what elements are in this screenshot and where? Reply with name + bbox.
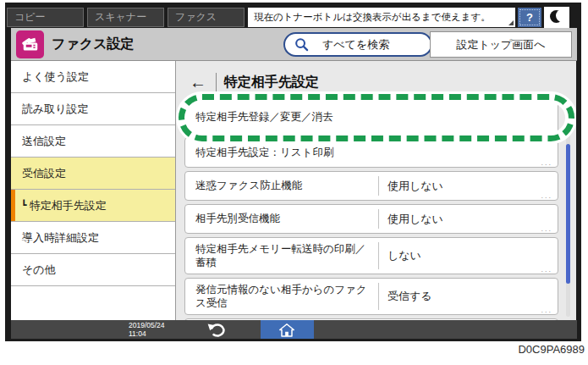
sidebar: よく使う設定 読み取り設定 送信設定 受信設定 ┗ 特定相手先設定 導入時詳細設…	[11, 61, 176, 320]
list-item-label: 迷惑ファクス防止機能	[185, 172, 378, 200]
toner-status-message[interactable]: 現在のトナーボトルは交換表示が出るまで使えます。	[248, 8, 515, 27]
fax-machine-icon	[16, 30, 44, 58]
scrollbar-track[interactable]	[566, 100, 570, 317]
sub-level-icon: ┗	[21, 200, 27, 211]
top-tab-bar: コピー スキャナー ファクス 現在のトナーボトルは交換表示が出るまで使えます。 …	[7, 6, 579, 28]
list-item-label: 特定相手先メモリー転送時の印刷／蓄積	[185, 238, 378, 274]
list-item-label: 特定相手先設定：リスト印刷	[185, 138, 558, 167]
main-panel: ← 特定相手先設定 特定相手先登録／変更／消去 特定相手先設定：リスト印刷 ..…	[176, 61, 576, 320]
list-item-label: 発信元情報のない相手からのファクス受信	[185, 279, 378, 314]
tab-scanner[interactable]: スキャナー	[87, 8, 164, 27]
settings-top-button[interactable]: 設定トップ画面へ	[430, 31, 572, 58]
list-item-no-sender-info-reception[interactable]: 発信元情報のない相手からのファクス受信 受信する ...	[184, 278, 558, 315]
undo-arrow-icon	[206, 322, 227, 338]
date-text: 2019/05/24	[129, 321, 165, 329]
sidebar-item-reception[interactable]: 受信設定	[11, 158, 175, 190]
datetime-stamp: 2019/05/24 11:04	[129, 321, 165, 338]
crescent-moon-icon	[549, 9, 564, 25]
tab-copy[interactable]: コピー	[7, 8, 84, 27]
main-title: 特定相手先設定	[224, 74, 319, 91]
list-item-register-change-delete[interactable]: 特定相手先登録／変更／消去	[184, 100, 558, 134]
search-all-button[interactable]: すべてを検索	[283, 32, 432, 57]
title-bar: ファクス設定 すべてを検索 設定トップ画面へ	[11, 28, 577, 61]
energy-saver-button[interactable]	[544, 7, 569, 28]
list-item-reception-per-sender[interactable]: 相手先別受信機能 使用しない ...	[184, 204, 558, 234]
list-item-value: 受信する	[378, 283, 558, 310]
list-item-value: 使用しない	[378, 176, 558, 196]
more-indicator: ...	[541, 191, 552, 200]
list-item-memory-transfer-print[interactable]: 特定相手先メモリー転送時の印刷／蓄積 しない ...	[184, 237, 558, 274]
header-divider	[216, 73, 217, 91]
tab-fax[interactable]: ファクス	[168, 8, 245, 27]
more-indicator: ...	[541, 306, 552, 314]
bottom-bar: 2019/05/24 11:04	[11, 320, 577, 339]
back-button[interactable]: ←	[186, 73, 210, 92]
scrollbar-thumb[interactable]	[566, 144, 570, 284]
home-icon	[279, 323, 294, 337]
figure-caption: D0C9PA6989	[518, 343, 585, 356]
sidebar-filler	[11, 286, 175, 320]
body: よく使う設定 読み取り設定 送信設定 受信設定 ┗ 特定相手先設定 導入時詳細設…	[11, 61, 577, 320]
sidebar-item-send[interactable]: 送信設定	[11, 125, 175, 158]
list-item-print-list[interactable]: 特定相手先設定：リスト印刷 ...	[184, 137, 558, 168]
back-undo-button[interactable]	[204, 320, 229, 339]
list-item-label: 相手先別受信機能	[185, 205, 378, 233]
list-item-value: しない	[378, 242, 558, 269]
time-text: 11:04	[129, 329, 165, 338]
more-indicator: ...	[541, 224, 552, 233]
list-item-label: 特定相手先登録／変更／消去	[185, 101, 558, 133]
help-button[interactable]: ?	[518, 8, 541, 27]
search-all-label: すべてを検索	[322, 37, 389, 53]
page-title: ファクス設定	[52, 36, 135, 53]
sidebar-item-frequent[interactable]: よく使う設定	[11, 61, 175, 93]
sidebar-item-initial-setup[interactable]: 導入時詳細設定	[11, 222, 175, 254]
sidebar-item-scan[interactable]: 読み取り設定	[11, 93, 175, 125]
search-icon	[294, 37, 309, 52]
list-item-junk-fax-prevention[interactable]: 迷惑ファクス防止機能 使用しない ...	[184, 171, 558, 201]
list-item-partial[interactable]	[184, 318, 558, 320]
device-screen: コピー スキャナー ファクス 現在のトナーボトルは交換表示が出るまで使えます。 …	[5, 3, 581, 341]
sidebar-item-others[interactable]: その他	[11, 254, 175, 286]
home-button[interactable]	[261, 320, 314, 339]
list-item-value: 使用しない	[378, 209, 558, 229]
more-indicator: ...	[541, 158, 552, 167]
main-header: ← 特定相手先設定	[186, 69, 319, 95]
sidebar-item-special-sender[interactable]: ┗ 特定相手先設定	[11, 190, 175, 222]
more-indicator: ...	[541, 265, 552, 274]
sidebar-item-label: 特定相手先設定	[30, 198, 107, 213]
